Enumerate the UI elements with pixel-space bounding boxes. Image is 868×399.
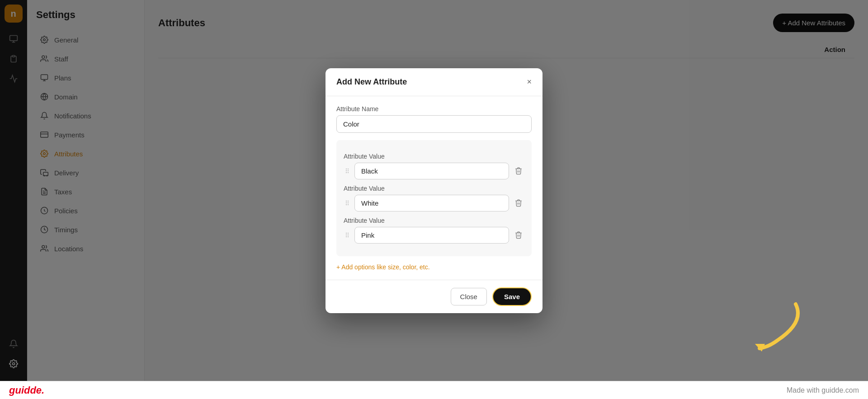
drag-handle-1[interactable]: [344, 167, 351, 174]
modal-body: Attribute Name Attribute Value: [326, 96, 542, 280]
add-new-attribute-modal: Add New Attribute × Attribute Name: [326, 68, 542, 313]
drag-handle-2[interactable]: [344, 199, 351, 207]
modal-footer: Close Save: [326, 280, 542, 313]
svg-point-40: [348, 236, 349, 237]
attribute-value-input-3[interactable]: [354, 227, 509, 244]
attribute-name-input[interactable]: [336, 115, 532, 133]
main-content: Attributes + Add New Attributes Action r…: [145, 0, 868, 381]
save-button[interactable]: Save: [492, 287, 532, 306]
svg-point-24: [348, 169, 349, 169]
modal-overlay[interactable]: Add New Attribute × Attribute Name: [0, 0, 868, 381]
attribute-value-label-3: Attribute Value: [344, 217, 524, 224]
footer: guidde. Made with guidde.com: [0, 381, 868, 399]
svg-point-37: [346, 235, 347, 235]
delete-value-button-3[interactable]: [513, 229, 524, 241]
svg-point-38: [348, 235, 349, 235]
footer-credit: Made with guidde.com: [787, 386, 859, 394]
svg-point-34: [348, 204, 349, 205]
attribute-value-input-row-1: [344, 163, 524, 179]
attribute-name-label: Attribute Name: [336, 105, 532, 113]
svg-point-30: [348, 201, 349, 202]
drag-handle-3[interactable]: [344, 231, 351, 239]
modal-close-button[interactable]: ×: [527, 77, 532, 87]
svg-point-23: [346, 169, 347, 169]
modal-title: Add New Attribute: [336, 77, 407, 87]
add-option-link[interactable]: + Add options like size, color, etc.: [336, 263, 532, 271]
delete-value-button-1[interactable]: [513, 165, 524, 177]
svg-point-28: [348, 172, 349, 173]
svg-point-25: [346, 170, 347, 171]
arrow-annotation: [723, 295, 805, 354]
delete-value-button-2[interactable]: [513, 197, 524, 209]
attribute-value-input-row-2: [344, 195, 524, 211]
attribute-value-input-1[interactable]: [354, 163, 509, 179]
footer-logo: guidde.: [9, 385, 44, 396]
svg-point-27: [346, 172, 347, 173]
attribute-value-input-2[interactable]: [354, 195, 509, 211]
svg-point-39: [346, 236, 347, 237]
svg-marker-41: [755, 344, 765, 352]
svg-point-36: [348, 233, 349, 234]
attribute-value-label-2: Attribute Value: [344, 185, 524, 192]
modal-header: Add New Attribute ×: [326, 68, 542, 96]
attribute-values-section: Attribute Value: [336, 140, 532, 256]
svg-point-29: [346, 201, 347, 202]
svg-point-35: [346, 233, 347, 234]
svg-point-31: [346, 202, 347, 203]
add-option-label: + Add options like size, color, etc.: [336, 263, 430, 271]
attribute-name-group: Attribute Name: [336, 105, 532, 133]
attribute-value-input-row-3: [344, 227, 524, 244]
svg-point-26: [348, 170, 349, 171]
close-button[interactable]: Close: [451, 288, 487, 305]
attribute-value-label-1: Attribute Value: [344, 153, 524, 160]
svg-point-33: [346, 204, 347, 205]
svg-point-32: [348, 202, 349, 203]
